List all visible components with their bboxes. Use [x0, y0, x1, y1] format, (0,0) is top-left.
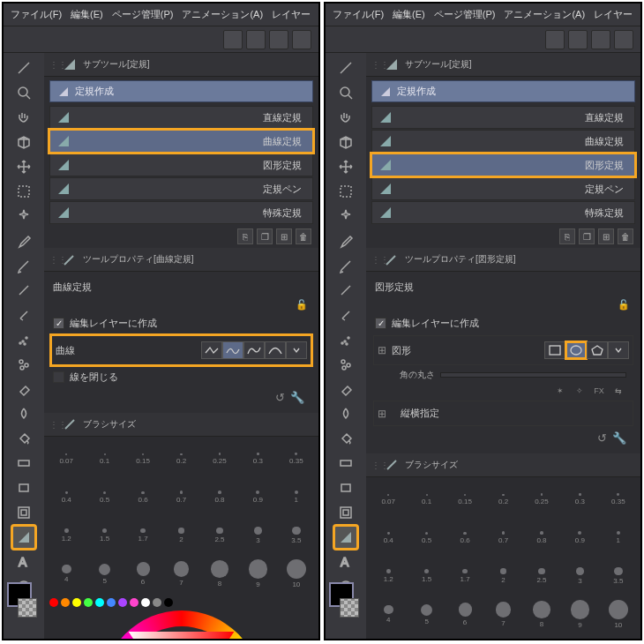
- reset-icon[interactable]: ↺: [275, 391, 285, 404]
- blend-tool-icon[interactable]: [334, 402, 357, 425]
- brush-size-cell[interactable]: 2: [484, 558, 521, 595]
- menu-anim[interactable]: アニメーション(A): [500, 6, 588, 23]
- corner-radius-row[interactable]: 角の丸さ: [373, 367, 633, 383]
- color-history-dot[interactable]: [61, 598, 70, 607]
- reset-icon[interactable]: ↺: [597, 431, 607, 445]
- shape-dropdown-icon[interactable]: [608, 341, 629, 359]
- color-history-dot[interactable]: [440, 639, 449, 640]
- brush-size-cell[interactable]: 0.5: [86, 478, 123, 515]
- color-history-dot[interactable]: [107, 598, 116, 607]
- brush-size-cell[interactable]: 7: [162, 555, 199, 592]
- subtool-item[interactable]: 特殊定規: [371, 201, 635, 224]
- cube-tool-icon[interactable]: [334, 131, 357, 154]
- brush-size-cell[interactable]: 2: [162, 517, 199, 554]
- fill-tool-icon[interactable]: [12, 427, 35, 450]
- create-on-edit-layer-row[interactable]: ✓ 編集レイヤーに作成: [51, 313, 311, 333]
- subtool-add-icon[interactable]: ⊞: [276, 228, 292, 244]
- color-history-dot[interactable]: [141, 598, 150, 607]
- grip-icon[interactable]: ⋮⋮: [371, 461, 378, 470]
- brush-size-cell[interactable]: 0.25: [523, 481, 560, 518]
- menu-anim[interactable]: アニメーション(A): [178, 6, 266, 23]
- move-tool-icon[interactable]: [334, 155, 357, 178]
- zoom-tool-icon[interactable]: [12, 81, 35, 104]
- color-history-dot[interactable]: [406, 639, 415, 640]
- brush-size-cell[interactable]: 7: [484, 595, 521, 633]
- brush-size-cell[interactable]: 1.7: [124, 517, 161, 554]
- fx2-icon[interactable]: ✧: [572, 385, 588, 397]
- brush-size-cell[interactable]: 3: [239, 517, 276, 554]
- brush-size-cell[interactable]: 0.07: [370, 481, 407, 518]
- checkbox-checked-icon[interactable]: ✓: [375, 318, 386, 329]
- brush-size-cell[interactable]: 0.4: [370, 519, 407, 556]
- color-history-dot[interactable]: [475, 639, 483, 640]
- brush-size-cell[interactable]: 2.5: [201, 517, 238, 554]
- blend-tool-icon[interactable]: [12, 402, 35, 425]
- fg-bg-swatches[interactable]: [7, 582, 42, 618]
- color-history-dot[interactable]: [371, 639, 380, 640]
- grip-icon[interactable]: ⋮⋮: [371, 255, 378, 265]
- subtool-settings-icon[interactable]: ⎘: [559, 228, 575, 244]
- wrench-icon[interactable]: 🔧: [612, 431, 626, 445]
- brush-size-cell[interactable]: 9: [239, 555, 276, 592]
- fg-bg-swatches[interactable]: [329, 582, 364, 618]
- fill-tool-icon[interactable]: [334, 427, 357, 450]
- brush-size-cell[interactable]: 10: [278, 555, 315, 592]
- color-history-dot[interactable]: [72, 598, 81, 607]
- wrench-icon[interactable]: 🔧: [290, 391, 304, 404]
- pencil-tool-icon[interactable]: [12, 279, 35, 302]
- color-history-dot[interactable]: [417, 639, 426, 640]
- grip-icon[interactable]: ⋮⋮: [49, 60, 56, 70]
- brush-size-cell[interactable]: 0.35: [600, 481, 637, 518]
- checkbox-unchecked-icon[interactable]: [53, 371, 64, 383]
- folder-icon[interactable]: [269, 30, 288, 49]
- decoration-tool-icon[interactable]: [12, 353, 35, 376]
- grip-icon[interactable]: ⋮⋮: [371, 60, 378, 70]
- subtool-item[interactable]: 図形定規: [49, 154, 313, 176]
- grip-icon[interactable]: ⋮⋮: [49, 420, 56, 430]
- marker-tool-icon[interactable]: [12, 303, 35, 326]
- create-on-edit-layer-row[interactable]: ✓ 編集レイヤーに作成: [373, 313, 633, 333]
- subtool-duplicate-icon[interactable]: ❐: [257, 228, 273, 244]
- folder-icon[interactable]: [591, 30, 610, 49]
- eyedropper-tool-icon[interactable]: [334, 229, 357, 252]
- wand-tool-icon[interactable]: [12, 205, 35, 228]
- color-wheel-area[interactable]: [44, 609, 318, 639]
- brush-size-cell[interactable]: 4: [48, 555, 85, 592]
- brush-size-cell[interactable]: 1.2: [48, 517, 85, 554]
- color-history-dot[interactable]: [463, 639, 472, 640]
- color-history-dot[interactable]: [118, 598, 127, 607]
- brush-size-cell[interactable]: 0.07: [48, 440, 85, 477]
- eraser-tool-icon[interactable]: [12, 378, 35, 401]
- corner-radius-slider[interactable]: [440, 372, 626, 378]
- grip-icon[interactable]: ⋮⋮: [49, 255, 56, 265]
- brush-size-cell[interactable]: 5: [408, 595, 445, 633]
- menu-layer[interactable]: レイヤー: [268, 6, 314, 23]
- wand-tool-icon[interactable]: [334, 205, 357, 228]
- brush-tool-icon[interactable]: [334, 56, 357, 79]
- color-history-dot[interactable]: [164, 598, 173, 607]
- brush-size-cell[interactable]: 0.1: [86, 440, 123, 477]
- brush-size-cell[interactable]: 0.15: [446, 481, 483, 518]
- expand-icon[interactable]: ⊞: [378, 408, 386, 420]
- lasso-tool-icon[interactable]: [334, 180, 357, 203]
- brush-size-cell[interactable]: 1.2: [370, 558, 407, 595]
- subtool-group-tab[interactable]: 定規作成: [371, 80, 635, 102]
- ruler-tool-icon[interactable]: [12, 526, 35, 549]
- color-history-dot[interactable]: [394, 639, 403, 640]
- brush-size-cell[interactable]: 8: [201, 555, 238, 592]
- subtool-item[interactable]: 定規ペン: [371, 177, 635, 200]
- curve-arc-icon[interactable]: [265, 341, 286, 359]
- window-icon[interactable]: [568, 30, 588, 49]
- brush-size-cell[interactable]: 0.2: [484, 481, 521, 518]
- subtool-item[interactable]: 曲線定規: [371, 130, 635, 153]
- checkbox-checked-icon[interactable]: ✓: [53, 318, 64, 329]
- brush-size-cell[interactable]: 6: [446, 595, 483, 633]
- brush-size-cell[interactable]: 3.5: [600, 558, 637, 595]
- gradient-tool-icon[interactable]: [334, 452, 357, 475]
- save-icon[interactable]: [614, 30, 633, 49]
- curve-polyline-icon[interactable]: [201, 341, 222, 359]
- subtool-duplicate-icon[interactable]: ❐: [579, 228, 595, 244]
- color-history-dot[interactable]: [95, 598, 104, 607]
- brush-size-cell[interactable]: 0.25: [201, 440, 238, 477]
- frame-tool-icon[interactable]: [334, 501, 357, 524]
